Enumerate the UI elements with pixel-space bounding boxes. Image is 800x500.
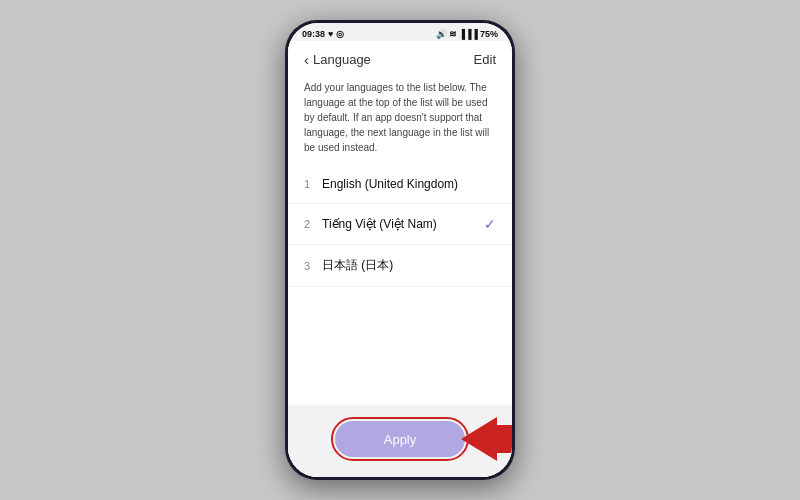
lang-name-2: Tiếng Việt (Việt Nam) [322,217,484,231]
arrow-body [497,425,512,453]
wifi-icon: ≋ [449,29,457,39]
edit-button[interactable]: Edit [474,52,496,67]
checkmark-icon: ✓ [484,216,496,232]
phone-device: 09:38 ♥ ◎ 🔊 ≋ ▐▐▐ 75% ‹ Language [285,20,515,480]
status-icons: ♥ ◎ [328,29,344,39]
lang-number-1: 1 [304,178,322,190]
language-description: Add your languages to the list below. Th… [288,74,512,165]
signal-icon: ▐▐▐ [459,29,478,39]
lang-number-2: 2 [304,218,322,230]
lang-name-3: 日本語 (日本) [322,257,496,274]
list-item[interactable]: 2 Tiếng Việt (Việt Nam) ✓ [288,204,512,245]
page-title: Language [313,52,371,67]
lang-name-1: English (United Kingdom) [322,177,496,191]
status-right-icons: 🔊 ≋ ▐▐▐ 75% [436,29,498,39]
time-display: 09:38 [302,29,325,39]
status-bar: 09:38 ♥ ◎ 🔊 ≋ ▐▐▐ 75% [288,23,512,41]
apply-button[interactable]: Apply [335,421,465,457]
red-arrow-indicator [497,425,512,453]
arrow-head [461,417,497,461]
battery-level: 75% [480,29,498,39]
language-list: 1 English (United Kingdom) 2 Tiếng Việt … [288,165,512,405]
back-arrow-icon: ‹ [304,51,309,68]
lang-number-3: 3 [304,260,322,272]
phone-wrapper: 09:38 ♥ ◎ 🔊 ≋ ▐▐▐ 75% ‹ Language [285,20,515,480]
top-bar: ‹ Language Edit [288,41,512,74]
status-time: 09:38 ♥ ◎ [302,29,344,39]
battery-icon: 🔊 [436,29,447,39]
apply-section: Apply [288,405,512,477]
list-item[interactable]: 1 English (United Kingdom) [288,165,512,204]
back-button[interactable]: ‹ Language [304,51,371,68]
list-item[interactable]: 3 日本語 (日本) [288,245,512,287]
screen-content: ‹ Language Edit Add your languages to th… [288,41,512,477]
apply-button-wrapper: Apply [331,417,469,461]
phone-screen: 09:38 ♥ ◎ 🔊 ≋ ▐▐▐ 75% ‹ Language [288,23,512,477]
